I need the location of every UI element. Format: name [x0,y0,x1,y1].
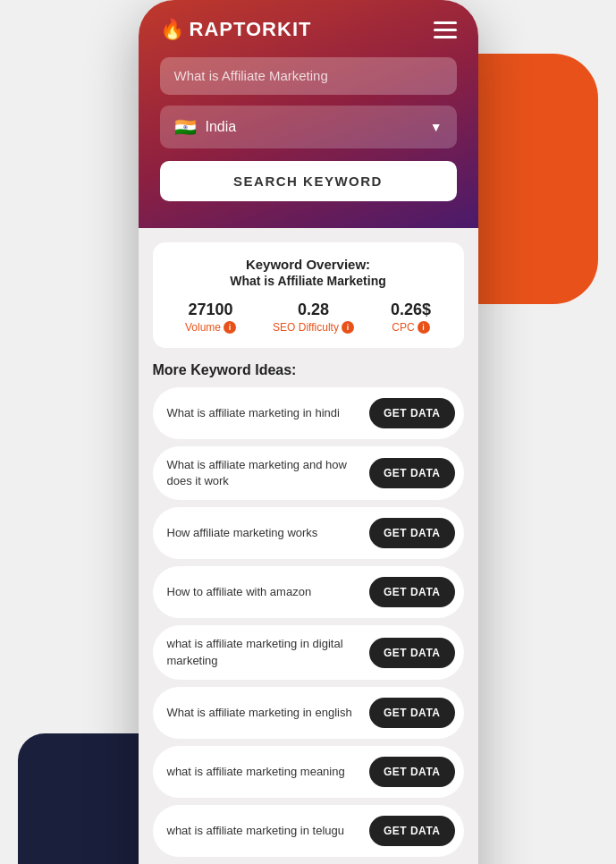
get-data-button[interactable]: GET DATA [369,816,455,846]
keyword-list-item: what is affiliate marketing in telugu GE… [153,805,464,857]
hamburger-line-3 [434,36,457,38]
country-left: 🇮🇳 India [174,116,237,138]
hamburger-line-1 [434,21,457,24]
search-keyword-button[interactable]: SEARCH KEYWORD [160,161,457,201]
overview-title: Keyword Overview: [167,257,450,272]
chevron-down-icon: ▼ [430,120,443,134]
get-data-button[interactable]: GET DATA [369,577,455,607]
volume-label: Volume i [185,321,236,334]
keyword-list: What is affiliate marketing in hindi GET… [153,387,464,864]
hamburger-menu[interactable] [434,21,457,38]
stats-row: 27100 Volume i 0.28 SEO Difficulty i 0.2… [167,301,450,334]
stat-cpc: 0.26$ CPC i [391,301,431,334]
seo-info-icon: i [342,321,354,334]
app-header: 🔥 RAPTORKIT What is Affiliate Marketing … [139,0,478,228]
seo-label: SEO Difficulty i [273,321,354,334]
navbar: 🔥 RAPTORKIT [160,18,457,41]
keyword-list-item: what is affiliate marketing meaning GET … [153,746,464,798]
stat-volume: 27100 Volume i [185,301,236,334]
get-data-button[interactable]: GET DATA [369,698,455,728]
get-data-button[interactable]: GET DATA [369,398,455,428]
cpc-info-icon: i [418,321,430,334]
keyword-list-item: what is affiliate marketing in digital m… [153,625,464,679]
keyword-item-text: What is affiliate marketing in english [167,705,369,721]
keyword-item-text: What is affiliate marketing and how does… [167,457,369,489]
get-data-button[interactable]: GET DATA [369,638,455,668]
overview-subtitle: What is Affiliate Marketing [167,274,450,288]
seo-value: 0.28 [273,301,354,319]
get-data-button[interactable]: GET DATA [369,757,455,787]
keyword-input[interactable]: What is Affiliate Marketing [174,68,443,83]
phone-container: 🔥 RAPTORKIT What is Affiliate Marketing … [139,0,478,864]
country-selector[interactable]: 🇮🇳 India ▼ [160,106,457,148]
more-ideas-title: More Keyword Ideas: [153,362,464,378]
keyword-list-item: How to affiliate with amazon GET DATA [153,566,464,618]
keyword-item-text: How affiliate marketing works [167,525,369,541]
volume-info-icon: i [224,321,236,334]
cpc-label: CPC i [391,321,431,334]
hamburger-line-2 [434,29,457,31]
flame-icon: 🔥 [160,18,184,41]
get-data-button[interactable]: GET DATA [369,458,455,488]
keyword-list-item: What is affiliate marketing in english G… [153,687,464,739]
keyword-item-text: What is affiliate marketing in hindi [167,405,369,421]
india-flag: 🇮🇳 [174,116,197,138]
stat-seo: 0.28 SEO Difficulty i [273,301,354,334]
logo-text: RAPTORKIT [190,18,312,41]
keyword-item-text: How to affiliate with amazon [167,584,369,600]
get-data-button[interactable]: GET DATA [369,518,455,548]
country-name: India [206,119,237,135]
keyword-list-item: What is affiliate marketing in hindi GET… [153,387,464,439]
keyword-overview-card: Keyword Overview: What is Affiliate Mark… [153,242,464,348]
content-area: Keyword Overview: What is Affiliate Mark… [139,228,478,864]
keyword-item-text: what is affiliate marketing meaning [167,764,369,780]
volume-value: 27100 [185,301,236,319]
logo: 🔥 RAPTORKIT [160,18,312,41]
keyword-item-text: what is affiliate marketing in telugu [167,823,369,839]
keyword-input-wrapper[interactable]: What is Affiliate Marketing [160,57,457,95]
cpc-value: 0.26$ [391,301,431,319]
keyword-list-item: What is affiliate marketing and how does… [153,446,464,500]
keyword-list-item: How affiliate marketing works GET DATA [153,507,464,559]
keyword-item-text: what is affiliate marketing in digital m… [167,636,369,668]
